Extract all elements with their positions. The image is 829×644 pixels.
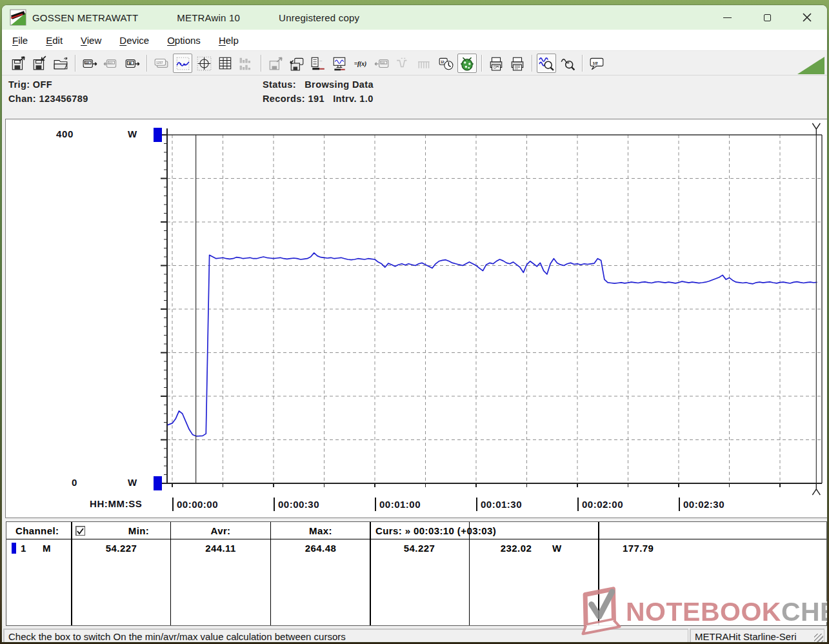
channel-number: 1 [21, 543, 26, 554]
device-send-icon: 321 [374, 55, 390, 71]
app-title-product: METRAwin 10 [177, 12, 240, 23]
device-write-button: 321 [101, 54, 121, 73]
device-name: METRAHit Starline-Seri [695, 631, 797, 642]
toolbar-separator [146, 55, 147, 72]
min-value: 54.227 [89, 543, 154, 554]
maximize-button[interactable] [747, 5, 787, 30]
app-icon [10, 9, 26, 26]
zoom-wave-icon [539, 55, 554, 71]
timer-button[interactable]: 12: [436, 54, 455, 73]
table-gridline [71, 522, 72, 625]
menu-edit[interactable]: Edit [39, 32, 69, 48]
cursor-handle-top[interactable] [812, 123, 820, 135]
cursor-handle-bottom[interactable] [812, 483, 820, 495]
annotation-button[interactable]: 1/2 [587, 54, 606, 73]
y-axis-unit-bottom: W [128, 477, 137, 488]
svg-text:321: 321 [381, 61, 385, 64]
zoom-curve-button[interactable] [558, 54, 577, 73]
device-config-button[interactable]: ... [308, 54, 328, 73]
col-header-avr: Avr: [188, 525, 253, 536]
table-gridline [469, 522, 470, 625]
status-message-panel: Check the box to switch On the min/avr/m… [3, 629, 688, 642]
save-as-button[interactable] [8, 54, 28, 73]
close-button[interactable] [787, 5, 827, 30]
scope-view-button[interactable] [194, 54, 214, 73]
y-axis-min-marker[interactable] [154, 476, 162, 490]
menu-help[interactable]: Help [212, 32, 245, 48]
timer-icon: 12: [438, 55, 454, 71]
debug-bug-button[interactable] [457, 54, 477, 73]
histogram-view-button [237, 54, 256, 73]
maximize-icon [764, 14, 771, 21]
table-gridline [370, 522, 371, 625]
table-view-button[interactable] [215, 54, 235, 73]
power-line-chart[interactable] [6, 119, 827, 518]
status-message: Check the box to switch On the min/avr/m… [8, 631, 346, 642]
table-gridline [270, 522, 271, 625]
app-title-vendor: GOSSEN METRAWATT [32, 12, 138, 23]
save-icon [32, 55, 47, 71]
device-read-button[interactable]: 321 [80, 54, 99, 73]
menu-view[interactable]: View [74, 32, 108, 48]
table-header-divider [6, 539, 826, 539]
x-tick-bar [375, 498, 376, 511]
toolbar-separator [582, 55, 583, 72]
store-to-disk-icon [289, 55, 305, 71]
acquisition-info-strip: Trig: OFF Chan: 123456789 Status: Browsi… [2, 75, 827, 114]
svg-text:=f(x): =f(x) [354, 61, 366, 68]
y-axis-max-label: 400 [56, 128, 74, 139]
waveform-single-button [394, 54, 413, 73]
toolbar-separator [261, 55, 261, 72]
app-window: GOSSEN METRAWATT METRAwin 10 Unregistere… [2, 5, 827, 642]
channel-mode: M [43, 543, 51, 554]
table-gridline [598, 522, 599, 625]
monitor-wave-button[interactable] [330, 54, 349, 73]
title-bar: GOSSEN METRAWATT METRAwin 10 Unregistere… [2, 5, 827, 30]
x-tick-bar [577, 498, 579, 511]
cursor-delta-value: 177.79 [623, 543, 654, 554]
numeric-display-button: 1257 [152, 54, 171, 73]
save-button[interactable] [30, 54, 49, 73]
numeric-display-icon: 1257 [154, 55, 169, 71]
device-memory-button[interactable]: M [123, 54, 142, 73]
menu-file[interactable]: File [6, 32, 34, 48]
menu-device[interactable]: Device [113, 32, 155, 48]
x-tick-label: 00:01:00 [375, 496, 421, 512]
menu-options[interactable]: Options [161, 32, 207, 48]
zoom-wave-button[interactable] [537, 54, 556, 73]
records-count: Records: 191 Intrv. 1.0 [263, 94, 374, 104]
max-value: 264.48 [288, 543, 353, 554]
formula-button[interactable]: =f(x) [351, 54, 370, 73]
status-bar: Check the box to switch On the min/avr/m… [2, 627, 827, 642]
device-write-icon: 321 [103, 55, 119, 71]
cursor2-value: 232.02 [487, 543, 545, 554]
chart-panel[interactable]: 400 W 0 W HH:MM:SS 00:00:0000:00:3000:01… [5, 119, 827, 518]
cursor1-value: 54.227 [387, 543, 452, 554]
save-as-icon [10, 55, 26, 71]
toolbar-separator [75, 55, 75, 72]
open-folder-button[interactable] [51, 54, 70, 73]
x-tick-bar [274, 498, 275, 511]
line-chart-view-icon [175, 55, 190, 71]
store-to-disk-button[interactable] [287, 54, 306, 73]
x-tick-label: 00:00:00 [172, 496, 218, 512]
recording-status: Status: Browsing Data [263, 79, 374, 90]
x-tick-bar [172, 498, 174, 511]
monitor-wave-icon [332, 55, 347, 71]
y-axis-unit-top: W [128, 128, 137, 139]
y-axis-max-marker[interactable] [154, 128, 162, 142]
minimize-button[interactable] [707, 5, 747, 30]
avr-value: 244.11 [188, 543, 253, 554]
resize-grip-icon[interactable] [814, 634, 823, 642]
svg-text:321: 321 [108, 61, 113, 64]
line-chart-view-button[interactable] [173, 54, 192, 73]
waveform-single-icon [395, 55, 411, 71]
print-preview-button[interactable] [486, 54, 506, 73]
annotation-icon: 1/2 [589, 55, 604, 71]
minavrmax-checkbox[interactable] [75, 526, 85, 536]
svg-text:1257: 1257 [156, 61, 163, 64]
menu-bar: FileEditViewDeviceOptionsHelp [2, 30, 827, 51]
print-button[interactable] [508, 54, 527, 73]
toolbar-separator [532, 55, 532, 72]
table-gridline [170, 522, 171, 625]
